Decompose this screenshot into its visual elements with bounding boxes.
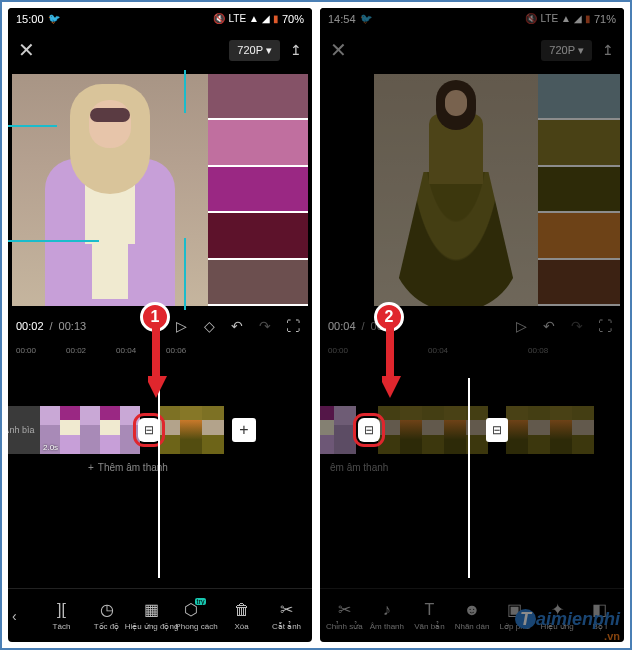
left-phone: 15:00 🐦 🔇 LTE ▲ ◢ ▮ 70% ✕ 720P ▾ (8, 8, 312, 642)
time-current: 00:04 (328, 320, 356, 332)
redo-button[interactable]: ↷ (254, 318, 276, 334)
upload-icon: ↥ (290, 42, 302, 58)
tool-delete[interactable]: 🗑Xóa (220, 601, 263, 631)
right-phone: 14:54 🐦 🔇 LTE ▲ ◢ ▮ 71% ✕ 720P▾ (320, 8, 624, 642)
status-time: 14:54 (328, 13, 356, 25)
timeline-ruler: 00:0000:0400:08 (320, 342, 624, 358)
tool-style[interactable]: ⬡tryPhong cách (175, 601, 218, 631)
tool-crop[interactable]: ✂Cắt ảnh (265, 601, 308, 631)
keyframe-button[interactable]: ◇ (198, 318, 220, 334)
preview-area[interactable] (8, 70, 312, 310)
fullscreen-button[interactable]: ⛶ (594, 318, 616, 334)
tool-speed[interactable]: ◷Tốc độ (85, 601, 128, 631)
undo-button[interactable]: ↶ (226, 318, 248, 334)
playhead[interactable] (158, 378, 160, 578)
close-button[interactable]: ✕ (18, 38, 35, 62)
clip-2[interactable] (158, 406, 228, 454)
callout-1: 1 (140, 302, 170, 332)
preview-area[interactable] (320, 70, 624, 310)
cover-clip[interactable]: Ảnh bìa (8, 406, 40, 454)
clip-2[interactable] (378, 406, 488, 454)
quality-button[interactable]: 720P▾ (541, 40, 592, 61)
clip-1[interactable]: 2.0s (40, 406, 140, 454)
wifi-icon: ▲ (561, 14, 571, 24)
transition-1[interactable]: ⊟ (358, 418, 380, 442)
status-bar: 14:54 🐦 🔇 LTE ▲ ◢ ▮ 71% (320, 8, 624, 30)
playback-bar: 00:04 / 00:14 ▷ ↶ ↷ ⛶ (320, 310, 624, 342)
clip-3[interactable] (506, 406, 596, 454)
color-palette (208, 74, 308, 306)
add-audio-button[interactable]: êm âm thanh (330, 462, 388, 473)
transition-1[interactable]: ⊟ (138, 418, 160, 442)
signal-icon: ◢ (262, 14, 270, 24)
editor-header: ✕ 720P ▾ ↥ (8, 30, 312, 70)
playhead[interactable] (468, 378, 470, 578)
chevron-down-icon: ▾ (266, 44, 272, 57)
quality-button[interactable]: 720P ▾ (229, 40, 280, 61)
wifi-icon: ▲ (249, 14, 259, 24)
mute-icon: 🔇 (213, 14, 225, 24)
color-palette (538, 74, 620, 306)
chevron-down-icon: ▾ (578, 44, 584, 57)
twitter-icon: 🐦 (48, 14, 60, 24)
battery-icon: ▮ (585, 14, 591, 24)
preview-figure (12, 74, 208, 306)
editor-header: ✕ 720P▾ ↥ (320, 30, 624, 70)
timeline[interactable]: Ảnh bìa 2.0s ⊟ + + Thêm âm thanh 1 (8, 358, 312, 588)
tool-effect[interactable]: ▦Hiệu ứng động (130, 601, 173, 631)
export-button[interactable]: ↥ (602, 42, 614, 58)
redo-button[interactable]: ↷ (566, 318, 588, 334)
lte-icon: LTE (228, 14, 246, 24)
tool-text[interactable]: TVăn bản (409, 601, 450, 631)
tool-audio[interactable]: ♪Âm thanh (367, 601, 408, 631)
add-clip-button[interactable]: + (232, 418, 256, 442)
undo-button[interactable]: ↶ (538, 318, 560, 334)
status-time: 15:00 (16, 13, 44, 25)
add-audio-button[interactable]: + Thêm âm thanh (88, 462, 168, 473)
toolbar-back[interactable]: ‹ (12, 608, 38, 624)
signal-icon: ◢ (574, 14, 582, 24)
status-bar: 15:00 🐦 🔇 LTE ▲ ◢ ▮ 70% (8, 8, 312, 30)
close-button[interactable]: ✕ (330, 38, 347, 62)
clip-1[interactable] (320, 406, 360, 454)
tool-edit[interactable]: ✂Chỉnh sửa (324, 601, 365, 631)
watermark: Taimienphi .vn (515, 609, 620, 642)
export-button[interactable]: ↥ (290, 42, 302, 58)
lte-icon: LTE (540, 14, 558, 24)
tool-sticker[interactable]: ☻Nhãn dán (452, 601, 493, 631)
time-total: 00:13 (59, 320, 87, 332)
bottom-toolbar: ‹ ][Tách ◷Tốc độ ▦Hiệu ứng động ⬡tryPhon… (8, 588, 312, 642)
mute-icon: 🔇 (525, 14, 537, 24)
time-current: 00:02 (16, 320, 44, 332)
play-button[interactable]: ▷ (510, 318, 532, 334)
callout-2: 2 (374, 302, 404, 332)
timeline[interactable]: ⊟ ⊟ êm âm thanh 2 (320, 358, 624, 588)
preview-figure (374, 74, 538, 306)
twitter-icon: 🐦 (360, 14, 372, 24)
status-battery: 71% (594, 13, 616, 25)
transition-2[interactable]: ⊟ (486, 418, 508, 442)
battery-icon: ▮ (273, 14, 279, 24)
tool-split[interactable]: ][Tách (40, 601, 83, 631)
fullscreen-button[interactable]: ⛶ (282, 318, 304, 334)
status-battery: 70% (282, 13, 304, 25)
upload-icon: ↥ (602, 42, 614, 58)
